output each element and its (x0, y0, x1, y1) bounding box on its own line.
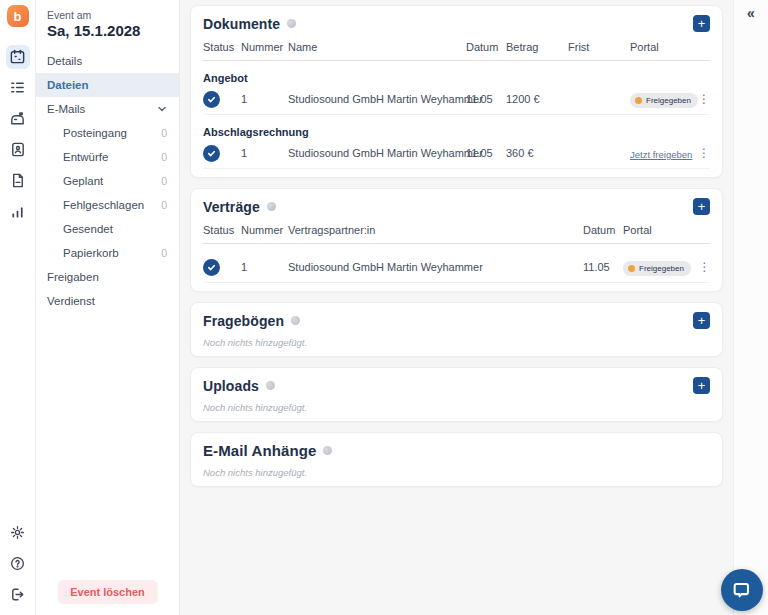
cell-partner: Studiosound GmbH Martin Weyhammer (288, 261, 583, 273)
count-badge: 0 (161, 247, 167, 259)
count-badge: 0 (161, 199, 167, 211)
help-icon[interactable] (6, 552, 30, 576)
col-portal: Portal (630, 41, 696, 53)
contract-row[interactable]: 1 Studiosound GmbH Martin Weyhammer 11.0… (203, 252, 710, 283)
app-logo-icon[interactable]: b (7, 5, 29, 27)
empty-state-text: Noch nichts hinzugefügt. (203, 467, 710, 478)
cell-betrag: 1200 € (506, 93, 568, 105)
sidebar-item-freigaben[interactable]: Freigaben (36, 265, 179, 289)
cell-name: Studiosound GmbH Martin Weyhammer (288, 93, 466, 105)
status-check-icon (203, 91, 220, 108)
tasks-icon[interactable] (6, 76, 30, 100)
col-datum: Datum (583, 224, 623, 236)
badge-dot-icon (628, 265, 635, 272)
cell-datum: 11.05 (466, 93, 506, 105)
mailbox-icon[interactable] (6, 107, 30, 131)
sidebar-item-label: Freigaben (47, 271, 99, 283)
col-partner: Vertragspartner:in (288, 224, 583, 236)
row-menu-icon[interactable]: ⋮ (697, 265, 712, 269)
group-name-abschlagsrechnung: Abschlagsrechnung (203, 126, 710, 138)
info-icon[interactable] (266, 381, 275, 390)
document-row[interactable]: 1 Studiosound GmbH Martin Weyhammer 11.0… (203, 84, 710, 115)
col-frist: Frist (568, 41, 630, 53)
sidebar-item-label: Entwürfe (63, 151, 108, 163)
sidebar-item-label: E-Mails (47, 103, 85, 115)
count-badge: 0 (161, 151, 167, 163)
row-menu-icon[interactable]: ⋮ (696, 151, 712, 155)
section-title: Dokumente (203, 16, 280, 32)
sidebar-item-label: Fehlgeschlagen (63, 199, 144, 211)
collapse-panel-icon[interactable]: « (747, 5, 755, 21)
event-am-label: Event am (47, 9, 179, 21)
chart-icon[interactable] (6, 200, 30, 224)
info-icon[interactable] (323, 446, 332, 455)
settings-gear-icon[interactable] (6, 521, 30, 545)
cell-betrag: 360 € (506, 147, 568, 159)
delete-event-button[interactable]: Event löschen (57, 580, 158, 604)
sidebar-item-dateien[interactable]: Dateien (36, 73, 179, 97)
right-panel-strip: « (733, 0, 768, 615)
sidebar-item-label: Papierkorb (63, 247, 119, 259)
section-title: Uploads (203, 378, 259, 394)
empty-state-text: Noch nichts hinzugefügt. (203, 402, 710, 413)
col-nummer: Nummer (241, 41, 288, 53)
group-name-angebot: Angebot (203, 72, 710, 84)
add-upload-button[interactable]: + (693, 377, 710, 394)
logout-icon[interactable] (6, 583, 30, 607)
chat-bubble-icon (731, 579, 753, 601)
col-status: Status (203, 224, 241, 236)
status-badge: Freigegeben (630, 93, 698, 108)
sidebar-item-label: Geplant (63, 175, 103, 187)
row-menu-icon[interactable]: ⋮ (696, 97, 712, 101)
status-check-icon (203, 145, 220, 162)
chat-widget-button[interactable] (721, 569, 763, 611)
contacts-icon[interactable] (6, 138, 30, 162)
col-name: Name (288, 41, 466, 53)
sidebar-item-label: Details (47, 55, 82, 67)
count-badge: 0 (161, 127, 167, 139)
event-date: Sa, 15.1.2028 (47, 22, 179, 39)
main-content: Dokumente + Status Nummer Name Datum Bet… (180, 0, 733, 615)
table-header: Status Nummer Name Datum Betrag Frist Po… (203, 41, 710, 61)
event-sidebar: Event am Sa, 15.1.2028 Details Dateien E… (36, 0, 180, 615)
cell-nummer: 1 (241, 147, 288, 159)
event-nav: Details Dateien E-Mails Posteingang 0 En… (36, 49, 179, 313)
sidebar-item-label: Dateien (47, 79, 89, 91)
document-row[interactable]: 1 Studiosound GmbH Martin Weyhammer 11.0… (203, 138, 710, 169)
document-icon[interactable] (6, 169, 30, 193)
release-now-link[interactable]: Jetzt freigeben (630, 149, 692, 160)
count-badge: 0 (161, 175, 167, 187)
info-icon[interactable] (267, 202, 276, 211)
sidebar-item-papierkorb[interactable]: Papierkorb 0 (36, 241, 179, 265)
status-badge: Freigegeben (623, 261, 691, 276)
sidebar-item-details[interactable]: Details (36, 49, 179, 73)
cell-nummer: 1 (241, 93, 288, 105)
sidebar-item-geplant[interactable]: Geplant 0 (36, 169, 179, 193)
cell-name: Studiosound GmbH Martin Weyhammer (288, 147, 466, 159)
info-icon[interactable] (291, 316, 300, 325)
col-portal: Portal (623, 224, 697, 236)
add-questionnaire-button[interactable]: + (693, 312, 710, 329)
sidebar-item-posteingang[interactable]: Posteingang 0 (36, 121, 179, 145)
info-icon[interactable] (287, 19, 296, 28)
vertraege-section: Verträge + Status Nummer Vertragspartner… (190, 188, 723, 292)
sidebar-item-gesendet[interactable]: Gesendet (36, 217, 179, 241)
sidebar-item-label: Gesendet (63, 223, 113, 235)
icon-rail: b (0, 0, 36, 615)
section-title: Fragebögen (203, 313, 284, 329)
sidebar-item-label: Verdienst (47, 295, 95, 307)
cell-datum: 11.05 (583, 261, 623, 273)
sidebar-item-verdienst[interactable]: Verdienst (36, 289, 179, 313)
sidebar-item-fehlgeschlagen[interactable]: Fehlgeschlagen 0 (36, 193, 179, 217)
uploads-section: Uploads + Noch nichts hinzugefügt. (190, 367, 723, 422)
sidebar-item-entwuerfe[interactable]: Entwürfe 0 (36, 145, 179, 169)
col-nummer: Nummer (241, 224, 288, 236)
section-title: E-Mail Anhänge (203, 442, 316, 459)
status-check-icon (203, 259, 220, 276)
fragebogen-section: Fragebögen + Noch nichts hinzugefügt. (190, 302, 723, 357)
add-contract-button[interactable]: + (693, 198, 710, 215)
add-document-button[interactable]: + (693, 15, 710, 32)
sidebar-item-emails[interactable]: E-Mails (36, 97, 179, 121)
cell-nummer: 1 (241, 261, 288, 273)
calendar-icon[interactable] (6, 45, 30, 69)
